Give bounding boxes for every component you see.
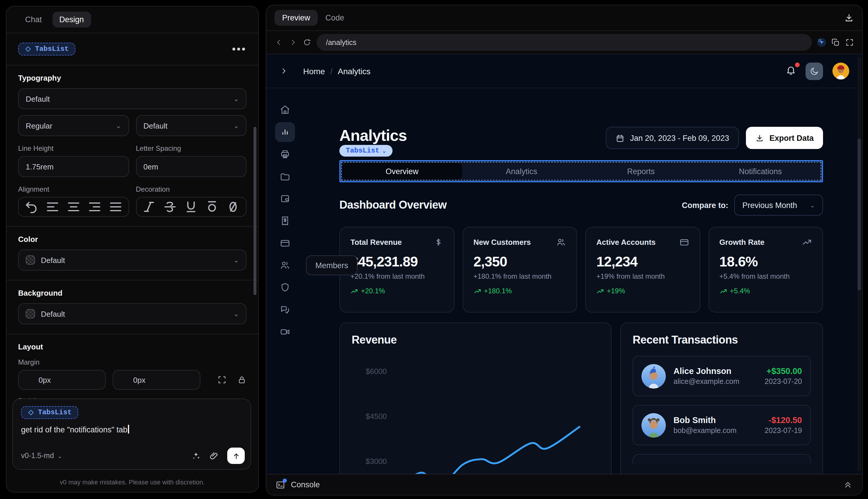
dashboard-tab-analytics[interactable]: Analytics: [462, 163, 581, 179]
export-data-button[interactable]: Export Data: [746, 127, 823, 149]
sidebar-icon-users[interactable]: [275, 255, 295, 275]
theme-toggle-button[interactable]: [806, 62, 823, 80]
align-align-right-button[interactable]: [87, 199, 102, 215]
margin-lock-button[interactable]: [237, 375, 247, 385]
font-size-select[interactable]: Default⌄: [136, 115, 247, 136]
letter-spacing-label: Letter Spacing: [136, 144, 247, 153]
stat-change: +5.4% from last month: [719, 272, 812, 280]
sidebar-icon-bar-chart[interactable]: [275, 122, 295, 142]
align-align-center-button[interactable]: [66, 199, 81, 215]
sidebar-icon-receipt[interactable]: [275, 211, 295, 231]
attach-file-icon[interactable]: [209, 451, 219, 461]
transaction-name: Bob Smith: [673, 415, 757, 425]
notifications-bell-button[interactable]: [786, 64, 796, 77]
download-icon[interactable]: [844, 13, 854, 23]
stat-value: 18.6%: [719, 254, 812, 270]
margin-x-input[interactable]: 0px: [18, 370, 106, 390]
decoration-strikethrough-button[interactable]: [163, 199, 178, 215]
breadcrumb-home[interactable]: Home: [303, 66, 325, 76]
sidebar-icon-home[interactable]: [275, 100, 295, 120]
transaction-row: Bob Smithbob@example.com-$120.502023-07-…: [633, 405, 811, 445]
tab-preview[interactable]: Preview: [274, 10, 318, 26]
back-button[interactable]: [274, 38, 283, 47]
dashboard-tab-notifications[interactable]: Notifications: [700, 163, 820, 179]
transaction-date: 2023-07-20: [765, 377, 802, 386]
diamond-icon: [25, 46, 32, 52]
dashboard-tab-overview[interactable]: Overview: [342, 163, 462, 179]
user-avatar[interactable]: [832, 62, 849, 80]
sidebar-icon-wallet[interactable]: [275, 189, 295, 209]
stat-card: New Customers2,350+180.1% from last mont…: [462, 227, 577, 313]
compare-label: Compare to:: [682, 201, 728, 209]
fullscreen-icon[interactable]: [845, 38, 854, 47]
tab-code[interactable]: Code: [318, 10, 352, 26]
trending-up-icon: [473, 287, 481, 295]
revenue-line-chart: [340, 323, 612, 495]
url-input[interactable]: /analytics: [317, 34, 812, 51]
tab-chat[interactable]: Chat: [18, 12, 49, 27]
sidebar-icon-shield[interactable]: [275, 278, 295, 297]
background-select[interactable]: Default⌄: [18, 303, 247, 324]
arrow-up-icon: [232, 451, 240, 460]
dashboard-tab-reports[interactable]: Reports: [581, 163, 700, 179]
font-weight-select[interactable]: Regular⌄: [18, 115, 129, 136]
stat-trend: +19%: [596, 287, 689, 295]
transaction-amount: -$120.50: [765, 415, 802, 425]
refresh-button[interactable]: [302, 38, 311, 47]
alignment-label: Alignment: [18, 185, 129, 193]
selected-element-badge[interactable]: TabsList⌄: [339, 145, 392, 157]
composer-input[interactable]: get rid of the "notifications" tab: [21, 425, 243, 434]
chevrons-up-icon[interactable]: [843, 480, 853, 490]
margin-y-input[interactable]: 0px: [113, 370, 200, 390]
console-bar[interactable]: Console: [266, 474, 862, 495]
notification-dot: [795, 62, 799, 67]
trending-up-icon: [719, 287, 727, 295]
color-select[interactable]: Default⌄: [18, 250, 247, 270]
preview-scrollbar[interactable]: [857, 57, 861, 472]
transactions-list: Alice Johnsonalice@example.com+$350.0020…: [633, 356, 811, 463]
font-family-select[interactable]: Default⌄: [18, 88, 247, 109]
section-title: Dashboard Overview: [339, 199, 447, 211]
decoration-slash-zero-button[interactable]: [225, 199, 241, 215]
margin-x-icon: [26, 376, 34, 384]
copy-icon[interactable]: [831, 38, 840, 47]
sidebar-icon-messages[interactable]: [275, 300, 295, 320]
sidebar-icon-video[interactable]: [275, 322, 295, 342]
forward-button[interactable]: [288, 38, 297, 47]
inspect-tool-button[interactable]: [817, 38, 826, 47]
align-align-left-button[interactable]: [45, 199, 60, 215]
model-select[interactable]: v0-1.5-md⌄: [21, 452, 62, 460]
line-height-input[interactable]: 1.75rem: [18, 156, 129, 177]
sidebar-icon-printer[interactable]: [275, 144, 295, 164]
selected-component-chip[interactable]: TabsList: [18, 42, 75, 56]
component-menu-button[interactable]: •••: [232, 46, 247, 52]
decoration-overline-button[interactable]: [204, 199, 220, 215]
margin-expand-button[interactable]: [217, 375, 227, 385]
dollar-icon: [433, 237, 443, 247]
composer-component-chip[interactable]: TabsList: [21, 406, 78, 419]
layout-section-label: Layout: [18, 342, 247, 351]
tab-design[interactable]: Design: [52, 12, 91, 27]
sidebar-icon-credit-card[interactable]: [275, 233, 295, 253]
decoration-underline-button[interactable]: [183, 199, 199, 215]
typography-section-label: Typography: [18, 74, 247, 82]
sidebar-icon-folder[interactable]: [275, 167, 295, 186]
align-undo-button[interactable]: [24, 199, 39, 215]
decoration-italic-button[interactable]: [142, 199, 157, 215]
transaction-name: Alice Johnson: [673, 366, 757, 376]
avatar: [641, 413, 666, 437]
preview-mode-tabs: Preview Code: [266, 5, 862, 31]
date-range-picker[interactable]: Jan 20, 2023 - Feb 09, 2023: [605, 127, 739, 149]
scrollbar-thumb[interactable]: [857, 138, 861, 290]
enhance-prompt-icon[interactable]: [191, 451, 201, 461]
panel-scrollbar[interactable]: [253, 127, 257, 295]
divider: [7, 280, 258, 280]
sidebar-expand-button[interactable]: [279, 66, 288, 75]
align-align-justify-button[interactable]: [108, 199, 123, 215]
chat-composer[interactable]: TabsList get rid of the "notifications" …: [12, 399, 251, 470]
revenue-chart-card: Revenue $6000$4500$3000: [339, 322, 611, 495]
compare-select[interactable]: Previous Month⌄: [734, 195, 823, 216]
send-button[interactable]: [227, 448, 245, 464]
letter-spacing-input[interactable]: 0em: [136, 156, 247, 177]
transaction-email: bob@example.com: [673, 427, 757, 435]
